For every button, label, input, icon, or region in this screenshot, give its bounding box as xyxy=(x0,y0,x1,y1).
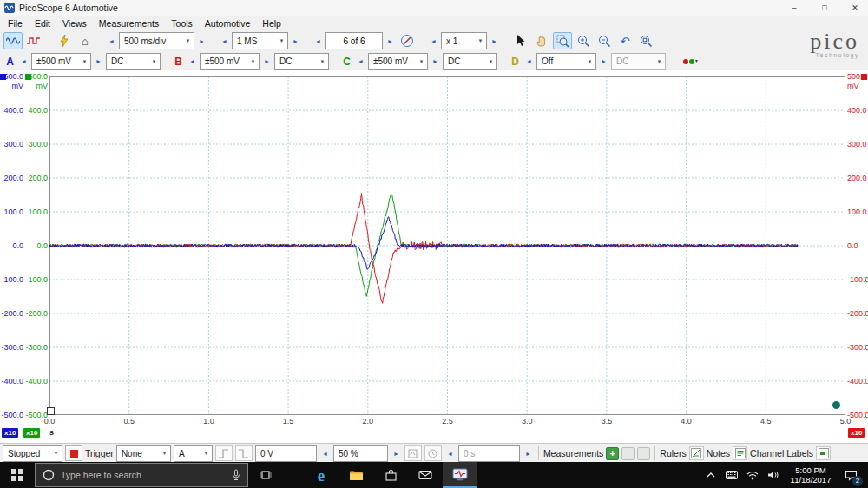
buffer-overview-button[interactable] xyxy=(398,32,417,49)
taskbar-mail-button[interactable] xyxy=(408,462,443,488)
zoom-full-view-button[interactable] xyxy=(636,32,655,49)
pre-trigger-decrease-button[interactable]: ◄ xyxy=(319,445,331,461)
menu-views[interactable]: Views xyxy=(56,16,93,30)
zoom-out-button[interactable] xyxy=(595,32,614,49)
right-arrow-icon: ► xyxy=(264,58,270,64)
add-measurement-button[interactable]: + xyxy=(606,447,619,460)
run-state-select[interactable]: Stopped ▼ xyxy=(3,445,62,462)
y-tick-label-a: 200.0 xyxy=(3,174,23,182)
start-button[interactable] xyxy=(0,462,35,488)
buffer-position-box[interactable]: 6 of 6 xyxy=(326,32,383,49)
taskbar-search-box[interactable]: Type here to search xyxy=(35,463,248,487)
axis-handle-channel-c[interactable] xyxy=(25,74,31,80)
stop-indicator-button[interactable] xyxy=(65,445,82,461)
trigger-delay-decrease-button[interactable]: ◄ xyxy=(444,445,456,461)
timebase-select[interactable]: 500 ms/div ▼ xyxy=(119,32,194,49)
taskbar-clock[interactable]: 5:00 PM 11/18/2017 xyxy=(784,465,838,485)
home-settings-button[interactable]: ⌂ xyxy=(76,32,95,49)
menu-tools[interactable]: Tools xyxy=(165,16,199,30)
trigger-delay-field[interactable]: 0 s xyxy=(458,445,520,462)
auto-setup-button[interactable] xyxy=(55,32,74,49)
scope-view: 500.0400.0300.0200.0100.00.0-100.0-200.0… xyxy=(0,70,868,443)
tray-chevron-up-button[interactable] xyxy=(700,472,721,478)
channel-a-range-up-button[interactable]: ► xyxy=(93,54,104,69)
volume-icon xyxy=(767,470,779,480)
taskbar-edge-button[interactable]: e xyxy=(304,462,339,488)
hand-tool-button[interactable] xyxy=(532,32,551,49)
samples-decrease-button[interactable]: ◄ xyxy=(219,33,230,49)
channel-b-range-up-button[interactable]: ► xyxy=(261,54,273,69)
channel-c-range-up-button[interactable]: ► xyxy=(430,54,441,69)
maximize-button[interactable]: □ xyxy=(812,0,838,16)
channel-a-coupling-select[interactable]: DC ▼ xyxy=(106,53,161,70)
channel-d-range-down-button[interactable]: ◄ xyxy=(523,54,535,69)
trigger-timing-button xyxy=(424,445,442,461)
menu-automotive[interactable]: Automotive xyxy=(199,16,257,30)
timebase-decrease-button[interactable]: ◄ xyxy=(106,33,117,49)
samples-select[interactable]: 1 MS ▼ xyxy=(232,32,288,49)
tray-touch-keyboard-button[interactable] xyxy=(721,471,742,479)
normal-selection-tool-button[interactable] xyxy=(511,32,530,49)
run-state-value: Stopped xyxy=(8,449,40,458)
channel-labels-button[interactable] xyxy=(816,446,831,460)
probe-badge-channel-a: x10 xyxy=(2,428,18,438)
delete-measurement-button xyxy=(637,447,650,460)
axis-handle-channel-a[interactable] xyxy=(0,74,6,80)
zoom-rectangle-icon xyxy=(556,35,569,48)
channel-c-coupling-select[interactable]: DC ▼ xyxy=(443,53,497,70)
samples-increase-button[interactable]: ► xyxy=(290,33,301,49)
channel-c-range-select[interactable]: ±500 mV ▼ xyxy=(368,53,428,70)
taskbar-file-explorer-button[interactable] xyxy=(339,462,373,488)
marquee-zoom-tool-button[interactable] xyxy=(553,32,572,49)
undo-arrow-icon: ↶ xyxy=(621,35,630,48)
menu-file[interactable]: File xyxy=(2,16,29,30)
axis-handle-channel-b[interactable] xyxy=(861,74,867,80)
menu-help[interactable]: Help xyxy=(256,16,287,30)
channel-a-range-value: ±500 mV xyxy=(36,56,71,66)
trigger-delay-value: 0 s xyxy=(464,449,475,458)
ruler-handle[interactable] xyxy=(47,407,55,415)
channel-b-coupling-select[interactable]: DC ▼ xyxy=(274,53,329,70)
y-axis-channel-a[interactable]: 500.0400.0300.0200.0100.00.0-100.0-200.0… xyxy=(0,70,23,428)
zoom-decrease-button[interactable]: ◄ xyxy=(428,33,439,49)
microphone-icon[interactable] xyxy=(232,469,240,481)
app-icon xyxy=(4,3,15,13)
y-axis-channel-b[interactable]: 500.0400.0300.0200.0100.00.0-100.0-200.0… xyxy=(847,70,868,428)
channel-d-range-select[interactable]: Off ▼ xyxy=(536,53,596,70)
action-center-button[interactable]: 2 xyxy=(838,462,864,488)
channel-b-range-down-button[interactable]: ◄ xyxy=(187,54,198,69)
scope-plot[interactable] xyxy=(49,76,845,415)
timebase-increase-button[interactable]: ► xyxy=(196,33,207,49)
trigger-delay-increase-button[interactable]: ► xyxy=(523,445,534,461)
channel-options-button[interactable] xyxy=(677,53,703,70)
persistence-mode-button[interactable] xyxy=(24,32,43,49)
menu-measurements[interactable]: Measurements xyxy=(93,16,165,30)
channel-b-range-select[interactable]: ±500 mV ▼ xyxy=(200,53,260,70)
undo-zoom-button[interactable]: ↶ xyxy=(615,32,635,49)
rulers-button[interactable] xyxy=(689,446,704,460)
y-axis-channel-c[interactable]: 500.0400.0300.0200.0100.00.0-100.0-200.0… xyxy=(25,70,48,428)
channel-a-range-select[interactable]: ±500 mV ▼ xyxy=(31,53,91,70)
close-button[interactable]: ✕ xyxy=(842,0,868,16)
taskbar-picoscope-button[interactable] xyxy=(443,462,477,488)
task-view-button[interactable] xyxy=(248,462,283,488)
trigger-mode-select[interactable]: None ▼ xyxy=(116,445,171,462)
minimize-button[interactable]: – xyxy=(781,0,807,16)
zoom-factor-select[interactable]: x 1 ▼ xyxy=(441,32,487,49)
notes-button[interactable] xyxy=(733,446,747,460)
buffer-next-button[interactable]: ► xyxy=(385,33,396,49)
marker-dot[interactable] xyxy=(832,401,840,409)
tray-volume-button[interactable] xyxy=(763,470,784,480)
channel-a-range-down-button[interactable]: ◄ xyxy=(18,54,30,69)
zoom-increase-button[interactable]: ► xyxy=(489,33,500,49)
buffer-previous-button[interactable]: ◄ xyxy=(312,33,324,49)
menu-edit[interactable]: Edit xyxy=(29,16,56,30)
scope-mode-button[interactable] xyxy=(3,32,23,49)
channel-d-range-up-button[interactable]: ► xyxy=(598,54,609,69)
channel-d-label: D xyxy=(509,56,522,68)
pre-trigger-increase-button[interactable]: ► xyxy=(391,445,402,461)
zoom-in-button[interactable] xyxy=(574,32,593,49)
channel-c-range-down-button[interactable]: ◄ xyxy=(355,54,366,69)
taskbar-store-button[interactable] xyxy=(373,462,408,488)
tray-network-button[interactable] xyxy=(742,471,763,480)
